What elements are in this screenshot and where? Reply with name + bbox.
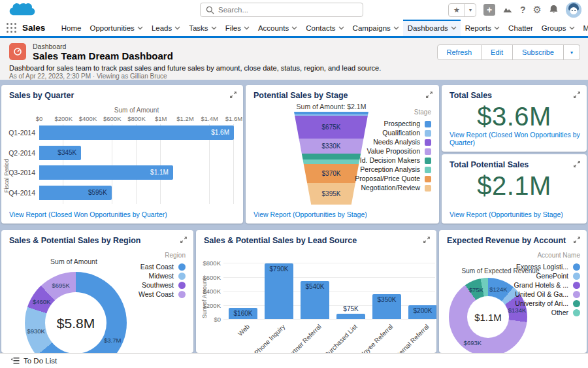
global-header-actions: ★ ▾ + ? ⚙ [448, 2, 581, 18]
legend-color-chip [573, 291, 580, 298]
dashboard-page-header: Dashboard Sales Team Dream Dashboard Das… [0, 38, 588, 80]
legend-color-chip [573, 309, 580, 316]
app-launcher-icon[interactable] [7, 21, 17, 35]
legend-item-label: Proposal/Price Quote [355, 175, 420, 182]
favorites-star-icon[interactable]: ★ [449, 4, 465, 16]
nav-tab-opportunities[interactable]: Opportunities [86, 20, 147, 36]
global-search[interactable] [200, 3, 363, 17]
widget-title: Sales & Potential Sales by Region [9, 236, 140, 245]
favorites-dropdown-icon[interactable]: ▾ [465, 4, 476, 16]
notifications-bell-icon[interactable] [549, 4, 559, 16]
account-legend: Account NameExpress Logisti...GenePointG… [514, 252, 580, 316]
guidance-center-icon[interactable] [502, 5, 513, 16]
dashboard-meta: As of Apr 22, 2023, 2:30 PM · Viewing as… [9, 73, 167, 80]
widget-title: Expected Revenue by Account [447, 236, 566, 245]
entity-type-label: Dashboard [33, 42, 66, 50]
user-avatar[interactable] [566, 2, 581, 18]
nav-tab-more[interactable]: More▾ [579, 20, 588, 36]
expand-icon[interactable] [425, 91, 433, 99]
nav-tab-label: Tasks [189, 24, 208, 32]
salesforce-cloud-logo [8, 1, 37, 21]
nav-tab-label: Contacts [306, 24, 335, 32]
search-input[interactable] [214, 6, 363, 14]
legend-item-label: Needs Analysis [373, 139, 420, 146]
slice-value-label-west-coast: $695K [52, 282, 69, 289]
nav-tab-home[interactable]: Home [57, 20, 86, 36]
nav-tab-accounts[interactable]: Accounts [253, 20, 301, 36]
expand-icon[interactable] [573, 236, 581, 244]
view-report-link[interactable]: View Report (Closed Won Opportunities by… [449, 131, 587, 146]
bar-value-label: $345K [57, 146, 76, 160]
nav-tab-label: Files [225, 24, 241, 32]
legend-title: Stage [414, 109, 431, 116]
legend-item-id-decision-makers: Id. Decision Makers [360, 157, 431, 164]
app-nav-bar: Sales HomeOpportunitiesLeadsTasksFilesAc… [0, 20, 588, 38]
legend-item-label: West Coast [139, 291, 174, 298]
category-label-web: Web [237, 323, 251, 337]
nav-tab-tasks[interactable]: Tasks [185, 20, 221, 36]
legend-item-proposal-price-quote: Proposal/Price Quote [355, 175, 431, 182]
more-dashboard-actions-button[interactable]: ▾ [564, 44, 580, 60]
funnel-value-label: $395K [322, 190, 341, 197]
nav-tab-dashboards[interactable]: Dashboards [403, 20, 461, 36]
bar-value-label: $540K [306, 283, 325, 290]
legend-color-chip [178, 263, 186, 271]
legend-item-genepoint: GenePoint [536, 273, 580, 280]
bar-value-label: $790K [270, 265, 289, 273]
bar-q1-2014[interactable]: $1.6M [39, 125, 234, 140]
expand-icon[interactable] [229, 91, 237, 99]
legend-color-chip [178, 291, 186, 298]
legend-color-chip [425, 185, 431, 192]
bar-value-label: $350K [378, 296, 397, 303]
widget-title: Sales & Potential Sales by Lead Source [204, 236, 357, 245]
nav-tab-label: Opportunities [90, 24, 134, 32]
edit-button[interactable]: Edit [482, 44, 513, 60]
refresh-button[interactable]: Refresh [437, 44, 482, 60]
nav-tab-campaigns[interactable]: Campaigns [348, 20, 403, 36]
nav-tab-label: Reports [465, 24, 491, 32]
nav-tab-label: Home [61, 24, 82, 32]
favorites-group: ★ ▾ [448, 3, 476, 17]
expand-icon[interactable] [573, 91, 581, 99]
x-axis-tick: $1.6M [225, 115, 242, 122]
bar-q4-2014[interactable]: $595K [39, 186, 112, 200]
global-actions-plus-icon[interactable]: + [483, 4, 495, 16]
widget-total-potential-sales: Total Potential Sales $2.1M View Report … [442, 154, 587, 224]
legend-item-label: Grand Hotels & ... [514, 282, 568, 289]
funnel-value-label: $330K [322, 142, 341, 150]
bar-q2-2014[interactable]: $345K [39, 146, 81, 160]
nav-tab-groups[interactable]: Groups [537, 20, 579, 36]
nav-tab-files[interactable]: Files [221, 20, 253, 36]
help-icon[interactable]: ? [520, 5, 526, 15]
view-report-link[interactable]: View Report (Opportunities by Stage) [253, 210, 367, 218]
subscribe-button[interactable]: Subscribe [513, 44, 564, 60]
nav-tab-chatter[interactable]: Chatter [504, 20, 538, 36]
slice-value-label-express-logisti: $124K [489, 285, 507, 292]
widget-potential-sales-by-stage: Potential Sales by Stage Sum of Amount: … [246, 85, 439, 224]
chevron-down-icon [137, 26, 143, 30]
nav-tab-contacts[interactable]: Contacts [302, 20, 348, 36]
widget-title: Sales by Quarter [9, 91, 74, 100]
legend-item-label: Southwest [142, 282, 174, 289]
bar-q3-2014[interactable]: $1.1M [39, 165, 173, 180]
legend-item-prospecting: Prospecting [384, 120, 431, 127]
slice-value-label-university-of-ari: $75K [469, 286, 483, 293]
legend-item-label: Perception Analysis [360, 166, 420, 173]
todo-list-icon [10, 357, 20, 365]
view-report-link[interactable]: View Report (Closed Won Opportunities by… [9, 210, 167, 218]
nav-tab-reports[interactable]: Reports [461, 20, 504, 36]
metric-value: $3.6M [442, 102, 587, 131]
legend-item-label: Qualification [382, 129, 420, 137]
category-label-external-referral: External Referral [391, 323, 431, 353]
x-axis-tick: $1.2M [176, 115, 193, 122]
nav-tab-leads[interactable]: Leads [147, 20, 184, 36]
expand-icon[interactable] [180, 236, 188, 244]
x-axis-ticks: $0$200K$400K$600K$800K$1M$1.2M$1.4M$1.6M [39, 115, 234, 122]
todo-list-button[interactable]: To Do List [7, 354, 61, 368]
view-report-link[interactable]: View Report (Opportunities by Stage) [449, 210, 563, 218]
nav-tabs: HomeOpportunitiesLeadsTasksFilesAccounts… [57, 20, 588, 36]
expand-icon[interactable] [573, 160, 581, 168]
expand-icon[interactable] [423, 236, 431, 244]
nav-tab-label: Chatter [508, 24, 533, 32]
setup-gear-icon[interactable]: ⚙ [533, 3, 542, 16]
